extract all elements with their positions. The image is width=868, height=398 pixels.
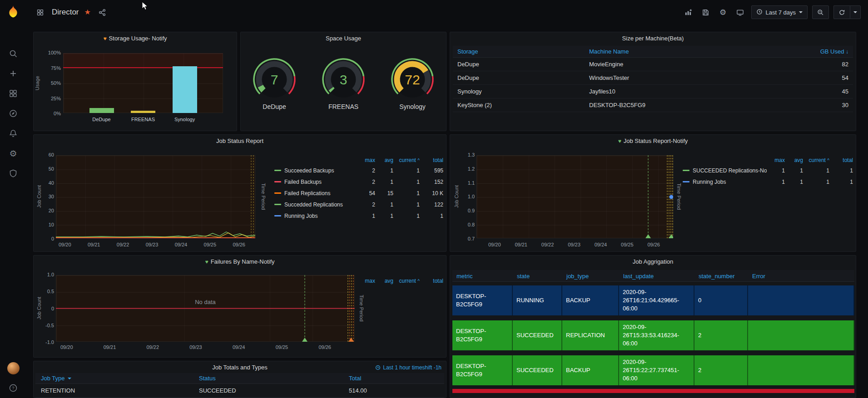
legend-column-current[interactable]: current ^ — [803, 157, 829, 163]
search-icon[interactable] — [0, 44, 26, 64]
legend-column-max[interactable]: max — [357, 157, 375, 163]
time-series-canvas[interactable] — [56, 155, 255, 238]
column-header-last_update[interactable]: last_update — [623, 273, 654, 280]
add-panel-button[interactable] — [682, 6, 695, 19]
legend-column-max[interactable]: max — [767, 157, 785, 163]
legend-column-avg[interactable]: avg — [375, 157, 393, 163]
column-header-Error[interactable]: Error — [752, 273, 765, 280]
axis-tick: 0.8 — [468, 222, 475, 227]
dashboard-header: Director ★ ⚙ Last 7 days — [26, 0, 868, 25]
table-cell: 2020-09-26T16:21:04.429665-06:00 — [619, 285, 694, 315]
share-icon[interactable] — [96, 6, 109, 19]
column-header-gb-used[interactable]: GB Used ↓ — [785, 48, 853, 55]
panel-title[interactable]: Size per Machine(Beta) — [450, 35, 856, 42]
dashboards-icon[interactable] — [0, 84, 26, 103]
axis-tick: 50% — [51, 80, 61, 86]
right-axis-label: Time Period — [261, 183, 266, 210]
refresh-interval-dropdown[interactable] — [850, 5, 861, 19]
table-cell: BACKUP — [562, 355, 619, 385]
chevron-down-icon — [799, 11, 803, 13]
dashboard-grid-icon — [34, 6, 46, 19]
gauge-Synology: 72 Synology — [385, 55, 440, 110]
column-header-metric[interactable]: metric — [456, 273, 472, 280]
legend-series-toggle[interactable]: SUCCEEDED Replications-Notify — [683, 167, 767, 174]
table-cell: BACKUP — [562, 285, 619, 315]
legend-column-avg[interactable]: avg — [785, 157, 803, 163]
legend-column-current[interactable]: current ^ — [393, 157, 420, 163]
column-header-total[interactable]: Total — [349, 375, 444, 382]
refresh-button[interactable] — [833, 5, 850, 19]
axis-tick: 25% — [51, 96, 61, 101]
save-dashboard-button[interactable] — [699, 6, 712, 19]
cycle-view-tv-button[interactable] — [734, 6, 747, 19]
panel-title[interactable]: ♥Storage Usage- Notify — [34, 35, 237, 42]
column-header-machine-name[interactable]: Machine Name — [589, 48, 785, 55]
axis-tick: 60 — [49, 152, 54, 157]
help-icon[interactable]: ? — [0, 378, 26, 398]
column-header-job-type[interactable]: Job Type — [35, 375, 199, 382]
sidebar: ⚙ ? — [0, 0, 26, 398]
legend-column-avg[interactable]: avg — [375, 278, 393, 284]
svg-text:3: 3 — [340, 72, 347, 87]
legend-row: Failed Backups 21 1152 — [274, 176, 443, 187]
table-cell — [748, 355, 854, 385]
axis-tick: 0.9 — [468, 208, 475, 213]
dashboard-settings-button[interactable]: ⚙ — [717, 6, 729, 19]
axis-tick: 1.0 — [47, 272, 54, 277]
explore-compass-icon[interactable] — [0, 103, 26, 123]
axis-tick: 0.7 — [468, 236, 475, 241]
column-header-status[interactable]: Status — [199, 375, 349, 382]
create-plus-icon[interactable] — [0, 64, 26, 84]
legend-column-max[interactable]: max — [357, 278, 375, 284]
panel-job-totals-and-types: Job Totals and Types Last 1 hour timeshi… — [33, 361, 446, 398]
series-color-dash — [274, 181, 281, 182]
legend-row: Succeeded Backups 21 1595 — [274, 165, 443, 176]
zoom-out-button[interactable] — [812, 5, 829, 19]
alert-heart-icon: ♥ — [205, 259, 208, 265]
column-header-state_number[interactable]: state_number — [699, 273, 735, 280]
y-axis-label: Job Count — [454, 185, 459, 208]
time-range-label: Last 7 days — [766, 9, 796, 16]
legend-series-toggle[interactable]: Succedded Replications — [274, 201, 357, 208]
axis-tick: 09/25 — [621, 242, 634, 247]
legend-column-total[interactable]: total — [420, 278, 443, 284]
column-header-job_type[interactable]: job_type — [566, 273, 589, 280]
server-admin-shield-icon[interactable] — [0, 163, 26, 183]
panel-title[interactable]: Space Usage — [241, 35, 446, 42]
bar-FREENAS — [131, 111, 155, 113]
panel-title[interactable]: Job Aggrigation — [450, 258, 856, 265]
panel-job-status-report: Job Status Report Job Count 605040302010… — [33, 134, 446, 252]
panel-size-per-machine: Size per Machine(Beta) StorageMachine Na… — [450, 32, 856, 131]
legend-series-toggle[interactable]: Failed Replications — [274, 190, 357, 197]
axis-tick: 75% — [51, 65, 61, 71]
panel-title[interactable]: Job Status Report — [34, 138, 446, 144]
time-series-canvas[interactable] — [476, 155, 673, 238]
legend-column-total[interactable]: total — [420, 157, 443, 163]
column-header-state[interactable]: state — [517, 273, 530, 280]
alerting-bell-icon[interactable] — [0, 123, 26, 143]
axis-tick: 09/24 — [175, 242, 188, 247]
time-series-canvas[interactable] — [56, 275, 355, 342]
legend-series-toggle[interactable]: Succeeded Backups — [274, 167, 357, 174]
column-header-storage[interactable]: Storage — [453, 48, 589, 55]
panel-job-status-report-notify: ♥Job Status Report-Notify Job Count 1.31… — [450, 134, 856, 252]
legend-series-toggle[interactable]: Running Jobs — [274, 213, 357, 219]
gauge-label: FREENAS — [328, 103, 358, 110]
grafana-logo[interactable] — [5, 4, 21, 20]
legend-series-toggle[interactable]: Failed Backups — [274, 179, 357, 185]
legend-column-total[interactable]: total — [829, 157, 853, 163]
legend-series-toggle[interactable]: Running Jobs — [683, 179, 767, 185]
panel-title[interactable]: ♥Job Status Report-Notify — [450, 138, 856, 144]
panel-title[interactable]: ♥Failures By Name-Notify — [34, 258, 446, 265]
table-cell: DESKTOP-B2C5FG9 — [452, 355, 513, 385]
panel-storage-usage-notify: ♥Storage Usage- Notify Usage 100%75%50%2… — [33, 32, 237, 131]
configuration-gear-icon[interactable]: ⚙ — [0, 143, 26, 163]
axis-tick: 09/22 — [117, 242, 129, 247]
favorite-star-icon[interactable]: ★ — [84, 9, 91, 16]
user-avatar[interactable] — [0, 358, 26, 378]
legend-row: Succedded Replications 21 1122 — [274, 199, 443, 210]
legend-column-current[interactable]: current ^ — [393, 278, 420, 284]
time-range-picker[interactable]: Last 7 days — [751, 5, 808, 19]
axis-tick: 0 — [51, 306, 54, 311]
dashboard-title[interactable]: Director — [52, 8, 79, 17]
